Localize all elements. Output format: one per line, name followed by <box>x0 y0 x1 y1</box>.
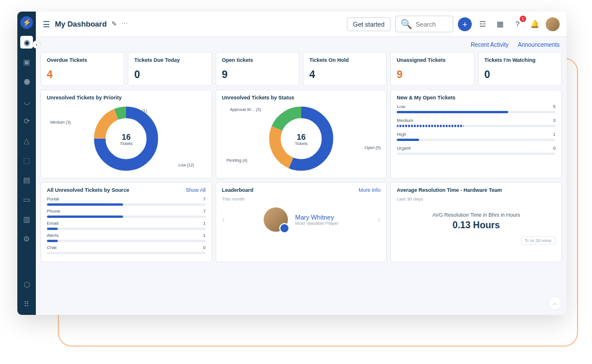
kpi-value: 4 <box>309 69 380 81</box>
alerts-icon[interactable]: △ <box>20 134 33 147</box>
sidebar-expand-button[interactable]: › <box>32 40 40 49</box>
leader-name[interactable]: Mary Whitney <box>295 214 338 221</box>
kpi-card[interactable]: Unassigned Tickets9 <box>390 52 474 86</box>
list-icon[interactable]: ☲ <box>476 18 489 31</box>
bar-value: 1 <box>203 233 205 238</box>
edit-icon[interactable]: ✎ <box>112 20 117 28</box>
avg-value: 0.13 Hours <box>397 220 556 231</box>
bar-label: High <box>397 132 406 137</box>
card-title: Average Resolution Time - Hardware Team <box>397 187 502 193</box>
status-donut: 16Tickets <box>267 104 336 173</box>
cube-icon[interactable]: ⬡ <box>20 278 33 291</box>
show-all-link[interactable]: Show All <box>186 187 206 193</box>
bar-label: Phone <box>47 209 60 214</box>
bar-row: Email1 <box>47 221 206 230</box>
more-info-link[interactable]: More Info <box>358 187 380 193</box>
leader-role: Most Valuable Player <box>295 221 338 226</box>
leader-avatar <box>264 207 288 232</box>
prev-arrow-icon[interactable]: ‹ <box>222 214 225 225</box>
avg-resolution-card: Average Resolution Time - Hardware Team … <box>390 182 562 262</box>
kpi-label: Open tickets <box>222 57 293 63</box>
apps-icon[interactable]: ⠿ <box>20 298 33 310</box>
contracts-icon[interactable]: ▤ <box>20 173 33 186</box>
card-title: Leaderboard <box>222 187 254 193</box>
open-tickets-card: New & My Open Tickets Low5Medium3High1Ur… <box>390 90 562 179</box>
bar-label: Portal <box>47 196 59 202</box>
assets-icon[interactable]: ⬚ <box>20 154 33 166</box>
avg-label: AVG Resolution Time in Bhrs in Hours <box>397 212 556 218</box>
add-button[interactable]: + <box>458 17 472 31</box>
kpi-card[interactable]: Overdue Tickets4 <box>40 52 124 86</box>
bar-value: 3 <box>553 118 556 123</box>
search-box[interactable]: 🔍 <box>395 16 453 32</box>
card-title: New & My Open Tickets <box>397 95 455 101</box>
user-avatar[interactable] <box>546 17 560 31</box>
search-input[interactable] <box>416 21 450 28</box>
bar-value: 1 <box>553 132 556 137</box>
bar-row: Chat0 <box>47 245 206 254</box>
bar-row: Low5 <box>397 104 556 113</box>
recent-activity-link[interactable]: Recent Activity <box>471 42 509 48</box>
card-title: All Unresolved Tickets by Source <box>47 187 129 193</box>
source-card: All Unresolved Tickets by Source Show Al… <box>40 182 212 262</box>
bar-row: Urgent0 <box>397 146 556 155</box>
dashboard-content: Overdue Tickets4Tickets Due Today0Open t… <box>36 52 567 315</box>
kpi-row: Overdue Tickets4Tickets Due Today0Open t… <box>40 52 562 86</box>
announcements-link[interactable]: Announcements <box>518 42 560 48</box>
donut-center-label: Tickets <box>120 142 132 146</box>
kpi-card[interactable]: Tickets On Hold4 <box>303 52 387 86</box>
kpi-label: Tickets Due Today <box>134 57 205 63</box>
hamburger-icon[interactable]: ☰ <box>43 20 50 29</box>
reports-icon[interactable]: ▥ <box>20 213 33 225</box>
bar-value: 5 <box>553 104 556 109</box>
sub-toolbar: Recent Activity Announcements <box>36 37 567 52</box>
main-area: ☰ My Dashboard ✎ ⋯ Get started 🔍 + ☲ ▦ ?… <box>36 12 567 315</box>
kpi-card[interactable]: Open tickets9 <box>216 52 299 86</box>
bar-value: 7 <box>203 196 205 202</box>
calendar-icon[interactable]: ▦ <box>494 18 506 31</box>
problems-icon[interactable]: ⬣ <box>20 75 33 88</box>
kpi-value: 9 <box>397 69 468 81</box>
kpi-card[interactable]: Tickets Due Today0 <box>128 52 212 86</box>
tickets-icon[interactable]: ▣ <box>20 55 33 68</box>
kpi-value: 9 <box>222 69 293 81</box>
help-icon[interactable]: ?1 <box>511 18 524 31</box>
donut-center-value: 16 <box>120 132 132 142</box>
bar-row: Phone7 <box>47 209 206 218</box>
kpi-card[interactable]: Tickets I'm Watching0 <box>478 52 562 86</box>
solutions-icon[interactable]: ▭ <box>20 193 33 206</box>
more-icon[interactable]: ⋯ <box>121 20 128 28</box>
donut-label-medium: Medium (3) <box>50 120 71 125</box>
donut-center-value: 16 <box>295 132 308 142</box>
next-arrow-icon[interactable]: › <box>378 214 380 225</box>
bar-value: 1 <box>203 221 205 226</box>
scroll-top-button[interactable]: ︿ <box>548 296 562 310</box>
kpi-value: 0 <box>134 69 205 81</box>
donut-label-approval: Approval W… (3) <box>230 107 261 112</box>
get-started-button[interactable]: Get started <box>347 17 391 31</box>
donut-label-open: Open (9) <box>365 146 381 150</box>
bar-label: Email <box>47 221 58 226</box>
bar-label: Medium <box>397 118 413 123</box>
bar-value: 0 <box>203 245 205 250</box>
card-title: Unresolved Tickets by Priority <box>47 95 121 101</box>
notifications-icon[interactable]: 🔔 <box>528 18 541 31</box>
search-icon: 🔍 <box>401 18 412 29</box>
avg-subtitle: Last 30 days <box>397 196 556 202</box>
leaderboard-subtitle: This month <box>222 196 381 202</box>
priority-donut-card: Unresolved Tickets by Priority High (1) … <box>40 90 212 179</box>
app-shell: ⚡ › ◉ ▣ ⬣ ◡ ⟳ △ ⬚ ▤ ▭ ▥ ⚙ ⬡ ⠿ ☰ My Dashb… <box>17 12 567 315</box>
charts-row: Unresolved Tickets by Priority High (1) … <box>40 90 562 179</box>
releases-icon[interactable]: ⟳ <box>20 114 33 127</box>
dashboard-icon[interactable]: ◉ <box>20 36 33 49</box>
changes-icon[interactable]: ◡ <box>20 95 33 107</box>
bar-value: 7 <box>203 209 205 214</box>
leaderboard-card: Leaderboard More Info This month ‹ Mary … <box>216 182 387 262</box>
kpi-label: Overdue Tickets <box>47 57 118 63</box>
admin-icon[interactable]: ⚙ <box>20 232 33 245</box>
bar-row: Medium3 <box>397 118 556 127</box>
bar-value: 0 <box>553 146 556 151</box>
app-logo-icon[interactable]: ⚡ <box>20 16 33 29</box>
page-title: My Dashboard <box>55 20 107 28</box>
bar-row: Alerts1 <box>47 233 206 242</box>
